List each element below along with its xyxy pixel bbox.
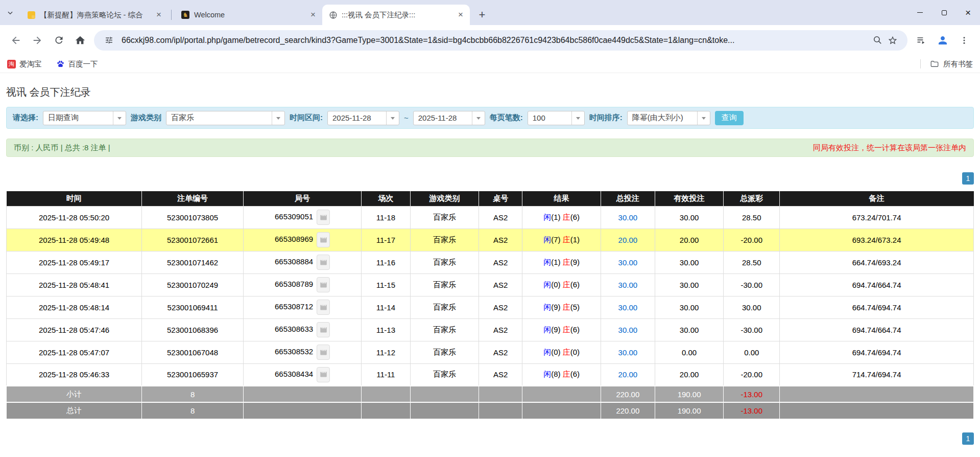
browser-window: 【新提醒】海燕策略论坛 - 综合 × ♞ Welcome × :::视讯 会员下… <box>0 0 980 445</box>
total-bet-link[interactable]: 30.00 <box>618 303 638 312</box>
search-button[interactable]: 查询 <box>715 111 744 125</box>
summary-notice-bar: 币别 : 人民币 | 总共 :8 注单 | 同局有效投注，统一计算在该局第一张注… <box>6 139 974 157</box>
game-type-label: 游戏类别 <box>131 113 161 123</box>
tab-close-icon[interactable]: × <box>308 10 318 20</box>
cell-total-bet: 30.00 <box>601 251 655 273</box>
bet-table-row: 2025-11-28 05:49:17 523001071462 6653088… <box>7 251 974 273</box>
total-bet-link[interactable]: 30.00 <box>618 326 638 334</box>
forward-icon[interactable] <box>27 30 48 51</box>
video-replay-icon[interactable] <box>317 255 330 270</box>
page-size-label: 每页笔数: <box>490 113 523 123</box>
tab-close-icon[interactable]: × <box>154 10 164 20</box>
cell-bet-no: 523001067048 <box>142 341 244 363</box>
reload-icon[interactable] <box>48 30 69 51</box>
site-info-icon[interactable] <box>101 33 116 48</box>
cell-session: 11-18 <box>362 206 411 228</box>
browser-tab-betrecord-active[interactable]: :::视讯 会员下注纪录::: × <box>322 5 470 25</box>
page-size-select[interactable]: 100 <box>528 111 585 125</box>
tab-close-icon[interactable]: × <box>456 10 466 20</box>
total-bet-link[interactable]: 20.00 <box>618 370 638 379</box>
cell-valid-bet: 30.00 <box>655 206 723 228</box>
browser-toolbar: 66cxkj98.com/ipl/portal.php/game/betreco… <box>0 25 980 55</box>
filter-panel: 请选择: 日期查询 游戏类别 百家乐 时间区间: 2025-11-28 ~ 20… <box>6 107 974 129</box>
date-from-select[interactable]: 2025-11-28 <box>327 111 399 125</box>
all-bookmarks[interactable]: 所有书签 <box>920 59 973 69</box>
total-bet-link[interactable]: 20.00 <box>618 236 638 244</box>
bookmark-star-icon[interactable] <box>885 33 900 48</box>
page-content: 视讯 会员下注纪录 请选择: 日期查询 游戏类别 百家乐 时间区间: 2025-… <box>0 73 980 445</box>
video-replay-icon[interactable] <box>317 345 330 360</box>
home-icon[interactable] <box>69 30 91 51</box>
chevron-down-icon[interactable] <box>697 111 710 125</box>
chevron-down-icon[interactable] <box>386 111 399 125</box>
kebab-menu-icon[interactable] <box>953 30 975 51</box>
date-to-select[interactable]: 2025-11-28 <box>413 111 485 125</box>
cell-valid-bet: 0.00 <box>655 341 723 363</box>
cell-total-bet: 20.00 <box>601 228 655 251</box>
url-text[interactable]: 66cxkj98.com/ipl/portal.php/game/betreco… <box>122 36 865 45</box>
video-replay-icon[interactable] <box>317 300 330 315</box>
page-number-button-bottom[interactable]: 1 <box>962 432 974 445</box>
bookmark-taobao[interactable]: 淘 爱淘宝 <box>7 59 42 69</box>
time-sort-select[interactable]: 降幂(由大到小) <box>627 111 710 125</box>
forum-favicon-icon <box>27 10 36 19</box>
cell-result: 闲(0) 庄(6) <box>522 273 601 296</box>
cell-result: 闲(1) 庄(6) <box>522 206 601 228</box>
back-icon[interactable] <box>5 30 27 51</box>
query-type-select[interactable]: 日期查询 <box>43 111 126 125</box>
minimize-button[interactable] <box>908 0 932 25</box>
zoom-magnifier-icon[interactable] <box>870 33 885 48</box>
summary-valid-bet: 190.00 <box>655 402 723 419</box>
video-replay-icon[interactable] <box>317 322 330 337</box>
total-bet-link[interactable]: 30.00 <box>618 258 638 267</box>
total-bet-link[interactable]: 30.00 <box>618 213 638 222</box>
chevron-down-icon[interactable] <box>272 111 284 125</box>
bookmark-baidu[interactable]: 百度一下 <box>56 59 98 69</box>
cell-total-bet: 20.00 <box>601 363 655 386</box>
cell-time: 2025-11-28 05:48:41 <box>7 273 142 296</box>
bookmarks-divider <box>920 59 921 68</box>
cell-result: 闲(7) 庄(1) <box>522 228 601 251</box>
close-button[interactable]: × <box>956 0 980 25</box>
chevron-down-icon[interactable] <box>472 111 485 125</box>
cell-table-no: AS2 <box>479 228 522 251</box>
cell-round-no: 665308712 <box>244 296 362 318</box>
total-bet-link[interactable]: 30.00 <box>618 348 638 357</box>
summary-total-bet: 220.00 <box>601 386 655 402</box>
cell-table-no: AS2 <box>479 318 522 341</box>
page-number-button-top[interactable]: 1 <box>962 172 974 185</box>
tab-search-chevron-icon[interactable] <box>0 0 20 25</box>
summary-label: 总计 <box>7 402 142 419</box>
profile-avatar-icon[interactable] <box>932 30 953 51</box>
new-tab-button[interactable]: + <box>474 7 490 23</box>
game-type-select[interactable]: 百家乐 <box>166 111 285 125</box>
bookmark-label: 百度一下 <box>68 59 98 69</box>
cell-time: 2025-11-28 05:49:17 <box>7 251 142 273</box>
total-bet-link[interactable]: 30.00 <box>618 281 638 289</box>
cell-game-type: 百家乐 <box>410 206 479 228</box>
cell-valid-bet: 30.00 <box>655 318 723 341</box>
video-replay-icon[interactable] <box>317 232 330 247</box>
video-replay-icon[interactable] <box>317 367 330 382</box>
media-controls-icon[interactable] <box>911 30 932 51</box>
chevron-down-icon[interactable] <box>113 111 126 125</box>
cell-session: 11-12 <box>362 341 411 363</box>
cell-round-no: 665308532 <box>244 341 362 363</box>
address-bar[interactable]: 66cxkj98.com/ipl/portal.php/game/betreco… <box>94 30 907 51</box>
cell-session: 11-16 <box>362 251 411 273</box>
video-replay-icon[interactable] <box>317 210 330 225</box>
browser-tab-forum[interactable]: 【新提醒】海燕策略论坛 - 综合 × <box>20 5 168 25</box>
cell-table-no: AS2 <box>479 341 522 363</box>
browser-tab-welcome[interactable]: ♞ Welcome × <box>175 5 322 25</box>
chevron-down-icon[interactable] <box>571 111 584 125</box>
maximize-button[interactable] <box>932 0 956 25</box>
cell-time: 2025-11-28 05:46:33 <box>7 363 142 386</box>
time-sort-label: 时间排序: <box>589 113 623 123</box>
video-replay-icon[interactable] <box>317 277 330 292</box>
summary-total-bet: 220.00 <box>601 402 655 419</box>
cell-time: 2025-11-28 05:49:48 <box>7 228 142 251</box>
cell-session: 11-14 <box>362 296 411 318</box>
cell-note: 714.74/694.74 <box>780 363 974 386</box>
cell-result: 闲(8) 庄(6) <box>522 363 601 386</box>
cell-round-no: 665308789 <box>244 273 362 296</box>
